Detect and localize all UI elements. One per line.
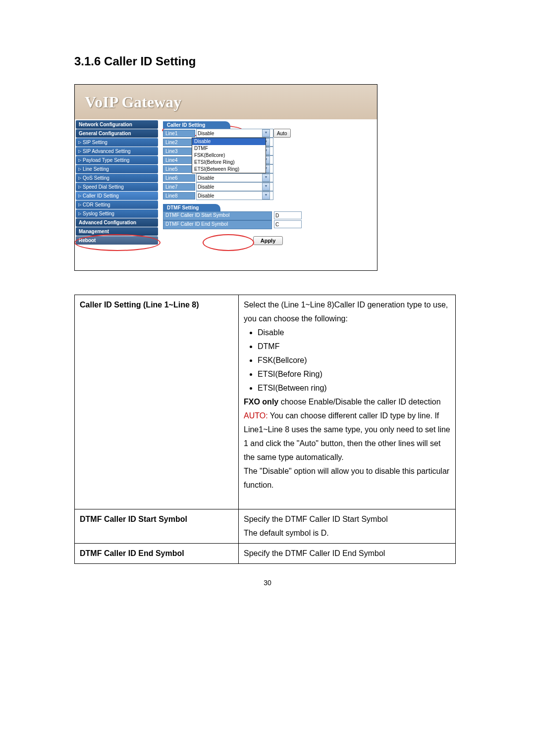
- sidebar: Network Configuration General Configurat…: [75, 119, 159, 270]
- apply-button[interactable]: Apply: [253, 236, 283, 245]
- caller-id-panel-title: Caller ID Setting: [163, 121, 230, 129]
- dropdown-option-etsi-between[interactable]: ETSI(Between Ring): [192, 166, 266, 173]
- chevron-right-icon: ▷: [78, 211, 81, 216]
- screenshot-box: VoIP Gateway Network Configuration Gener…: [74, 84, 377, 271]
- dtmf-end-row: DTMF Caller ID End Symbol: [163, 220, 373, 229]
- table-row: DTMF Caller ID Start Symbol Specify the …: [75, 509, 456, 544]
- chevron-right-icon: ▷: [78, 194, 81, 198]
- desc-row2-body: Specify the DTMF Caller ID Start Symbol …: [239, 509, 456, 544]
- list-item: DTMF: [258, 340, 450, 353]
- section-heading: 3.1.6 Caller ID Setting: [74, 54, 461, 68]
- line5-label: Line5: [163, 165, 195, 173]
- line1-label: Line1: [163, 130, 195, 137]
- dropdown-option-dtmf[interactable]: DTMF: [192, 145, 266, 152]
- line8-label: Line8: [163, 192, 195, 200]
- list-item: Disable: [258, 326, 450, 340]
- table-row: DTMF Caller ID End Symbol Specify the DT…: [75, 544, 456, 564]
- line6-select[interactable]: [196, 173, 273, 182]
- dropdown-option-disable[interactable]: Disable: [192, 138, 266, 145]
- list-item: ETSI(Between ring): [258, 381, 450, 395]
- desc-row2-p2: The default symbol is D.: [244, 526, 450, 540]
- sidebar-head-management[interactable]: Management: [76, 227, 158, 236]
- dtmf-start-input[interactable]: [274, 211, 302, 219]
- dtmf-panel-title: DTMF Setting: [163, 204, 220, 211]
- desc-row2-title: DTMF Caller ID Start Symbol: [75, 509, 239, 544]
- line4-label: Line4: [163, 156, 195, 164]
- desc-row1-p3: AUTO: You can choose different caller ID…: [244, 409, 450, 464]
- desc-row1-p2: FXO only choose Enable/Disable the calle…: [244, 395, 450, 409]
- desc-row1-title: Caller ID Setting (Line 1~Line 8): [75, 295, 239, 509]
- desc-row1-body: Select the (Line 1~Line 8)Caller ID gene…: [239, 295, 456, 509]
- chevron-right-icon: ▷: [78, 140, 81, 145]
- desc-row3-title: DTMF Caller ID End Symbol: [75, 544, 239, 564]
- table-row: Caller ID Setting (Line 1~Line 8) Select…: [75, 295, 456, 509]
- sidebar-item-cdr[interactable]: ▷CDR Setting: [76, 201, 158, 209]
- line7-label: Line7: [163, 183, 195, 191]
- sidebar-item-syslog[interactable]: ▷Syslog Setting: [76, 209, 158, 218]
- line3-label: Line3: [163, 148, 195, 155]
- list-item: ETSI(Before Ring): [258, 367, 450, 381]
- sidebar-item-line[interactable]: ▷Line Setting: [76, 165, 158, 173]
- main-panel: Caller ID Setting Line1 ▾ Auto Disable: [159, 119, 377, 270]
- desc-row3-p1: Specify the DTMF Caller ID End Symbol: [244, 547, 450, 560]
- line2-label: Line2: [163, 139, 195, 146]
- desc-row1-p4: The "Disable" option will allow you to d…: [244, 464, 450, 492]
- sidebar-item-speed-dial[interactable]: ▷Speed Dial Setting: [76, 183, 158, 191]
- sidebar-head-network[interactable]: Network Configuration: [76, 120, 158, 129]
- sidebar-item-caller-id[interactable]: ▷Caller ID Setting: [76, 192, 158, 200]
- list-item: FSK(Bellcore): [258, 353, 450, 367]
- desc-row1-p1: Select the (Line 1~Line 8)Caller ID gene…: [244, 298, 450, 326]
- dtmf-start-row: DTMF Caller ID Start Symbol: [163, 211, 373, 220]
- annotation-circle-apply: [203, 234, 254, 251]
- dtmf-end-label: DTMF Caller ID End Symbol: [163, 220, 272, 229]
- chevron-right-icon: ▷: [78, 167, 81, 171]
- page-number: 30: [74, 579, 461, 587]
- dtmf-end-input[interactable]: [274, 220, 302, 228]
- chevron-right-icon: ▷: [78, 202, 81, 207]
- line-row-6: Line6 ▾: [163, 173, 373, 182]
- line7-select[interactable]: [196, 182, 273, 191]
- sidebar-item-sip[interactable]: ▷SIP Setting: [76, 138, 158, 147]
- sidebar-head-advanced[interactable]: Advanced Configuration: [76, 218, 158, 227]
- chevron-right-icon: ▷: [78, 185, 81, 189]
- auto-button[interactable]: Auto: [273, 129, 291, 138]
- desc-row2-p1: Specify the DTMF Caller ID Start Symbol: [244, 512, 450, 526]
- sidebar-reboot[interactable]: Reboot: [76, 236, 158, 245]
- line1-dropdown-open[interactable]: Disable DTMF FSK(Bellcore) ETSI(Before R…: [192, 138, 266, 173]
- banner-title: VoIP Gateway: [85, 93, 181, 111]
- banner: VoIP Gateway: [75, 85, 377, 119]
- desc-row1-options: Disable DTMF FSK(Bellcore) ETSI(Before R…: [244, 326, 450, 395]
- desc-row3-body: Specify the DTMF Caller ID End Symbol: [239, 544, 456, 564]
- line-row-7: Line7 ▾: [163, 182, 373, 191]
- dtmf-start-label: DTMF Caller ID Start Symbol: [163, 211, 272, 220]
- chevron-right-icon: ▷: [78, 158, 81, 162]
- dropdown-option-etsi-before[interactable]: ETSI(Before Ring): [192, 159, 266, 166]
- chevron-right-icon: ▷: [78, 149, 81, 153]
- dtmf-panel: DTMF Setting DTMF Caller ID Start Symbol…: [163, 204, 373, 229]
- line8-select[interactable]: [196, 191, 273, 200]
- sidebar-head-general[interactable]: General Configuration: [76, 129, 158, 138]
- line6-label: Line6: [163, 174, 195, 182]
- sidebar-item-qos[interactable]: ▷QoS Setting: [76, 174, 158, 182]
- dropdown-option-fsk[interactable]: FSK(Bellcore): [192, 152, 266, 159]
- sidebar-item-payload[interactable]: ▷Payload Type Setting: [76, 156, 158, 164]
- line-row-8: Line8 ▾: [163, 191, 373, 200]
- line-row-1: Line1 ▾ Auto: [163, 129, 373, 138]
- sidebar-item-sip-adv[interactable]: ▷SIP Advanced Setting: [76, 147, 158, 155]
- chevron-right-icon: ▷: [78, 176, 81, 180]
- description-table: Caller ID Setting (Line 1~Line 8) Select…: [74, 295, 456, 564]
- line1-select[interactable]: [196, 129, 273, 138]
